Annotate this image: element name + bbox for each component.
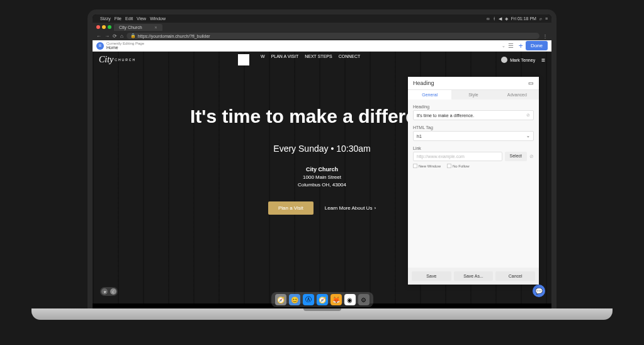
home-button[interactable]: ⌂: [120, 33, 123, 39]
tab-general[interactable]: General: [408, 90, 451, 99]
field-label-heading: Heading: [413, 105, 534, 109]
hamburger-icon[interactable]: ≡: [541, 57, 545, 64]
reload-button[interactable]: ⟳: [113, 33, 117, 39]
done-button[interactable]: Done: [526, 41, 548, 50]
page-dropdown-icon[interactable]: ⌄: [502, 43, 506, 48]
browser-tab-bar: City Church ×: [93, 23, 551, 31]
add-element-button[interactable]: +: [519, 42, 523, 50]
dark-mode-icon: ☾: [110, 288, 116, 295]
dock-app-settings[interactable]: ⚙: [358, 294, 370, 305]
address-input[interactable]: 🔒 https://yourdomain.church/?fl_builder: [127, 33, 539, 39]
dock-app-chrome[interactable]: ◉: [344, 294, 356, 305]
forward-button[interactable]: →: [105, 33, 110, 39]
search-icon[interactable]: ⌕: [539, 16, 542, 21]
checkbox-icon: [447, 164, 451, 168]
wifi-icon[interactable]: ◈: [505, 16, 508, 21]
learn-more-label: Learn More About Us: [325, 205, 373, 211]
maximize-window-button[interactable]: [108, 25, 111, 29]
panel-title: Heading: [413, 80, 434, 86]
page-canvas: City CHURCH W PLAN A VISIT NEXT STEPS CO…: [93, 52, 551, 303]
nav-item[interactable]: W: [261, 54, 265, 65]
checkbox-label: New Window: [419, 164, 441, 168]
tab-style[interactable]: Style: [451, 90, 495, 99]
menu-view[interactable]: View: [137, 16, 146, 21]
link-placeholder: http://www.example.com: [417, 154, 465, 159]
outline-icon[interactable]: ☰: [508, 42, 514, 49]
clear-icon[interactable]: ⊘: [526, 113, 530, 118]
chevron-right-icon: ›: [374, 205, 376, 211]
nav-item[interactable]: CONNECT: [339, 54, 361, 65]
tab-title: City Church: [119, 25, 142, 30]
back-button[interactable]: ←: [96, 33, 101, 39]
dock-app-finder[interactable]: 😊: [289, 294, 300, 305]
clock[interactable]: Fri 01:18 PM: [511, 16, 536, 21]
plan-visit-button[interactable]: Plan a Visit: [268, 201, 314, 215]
no-follow-checkbox[interactable]: No Follow: [447, 164, 470, 168]
menu-icon[interactable]: ≡: [545, 16, 548, 21]
user-avatar[interactable]: [501, 57, 507, 63]
status-icon: ∞: [487, 16, 490, 21]
select-link-button[interactable]: Select: [505, 152, 527, 161]
dock-app-safari[interactable]: 🧭: [317, 294, 328, 305]
menu-edit[interactable]: Edit: [125, 16, 133, 21]
url-text: https://yourdomain.church/?fl_builder: [138, 34, 210, 38]
close-window-button[interactable]: [96, 25, 100, 29]
app-name[interactable]: Sizzy: [100, 16, 111, 21]
dock-app-appstore[interactable]: Ⓐ: [303, 294, 314, 305]
site-logo[interactable]: City: [99, 55, 113, 65]
dock-app-compass[interactable]: 🧭: [275, 294, 286, 305]
new-window-checkbox[interactable]: New Window: [413, 164, 441, 168]
responsive-icon[interactable]: ▭: [528, 80, 534, 86]
menu-file[interactable]: File: [115, 16, 121, 21]
heading-value: It's time to make a difference.: [417, 113, 474, 118]
macos-dock: 🧭 😊 Ⓐ 🧭 🦊 ◉ ⚙: [271, 292, 373, 307]
nav-item[interactable]: NEXT STEPS: [305, 54, 332, 65]
close-tab-icon[interactable]: ×: [155, 25, 157, 30]
minimize-window-button[interactable]: [102, 25, 106, 29]
settings-panel: Heading ▭ General Style Advanced Heading…: [408, 77, 539, 285]
browser-tab[interactable]: City Church ×: [114, 24, 162, 31]
page-name: Home: [106, 45, 499, 50]
builder-toolbar: ≡ Currently Editing Page Home ⌄ ☰ + Done: [93, 40, 551, 52]
cancel-button[interactable]: Cancel: [495, 271, 535, 281]
heading-text-input[interactable]: It's time to make a difference. ⊘: [413, 110, 534, 120]
macos-menubar: Sizzy File Edit View Window ∞ ᚼ ◀ ◈ Fri …: [93, 14, 551, 23]
chat-widget-button[interactable]: 💬: [533, 285, 545, 297]
save-as-button[interactable]: Save As...: [454, 271, 494, 281]
menu-window[interactable]: Window: [150, 16, 166, 21]
tag-value: h1: [417, 134, 422, 139]
site-logo-sub: CHURCH: [115, 58, 136, 62]
clear-icon[interactable]: ⊘: [529, 154, 534, 159]
browser-menu-icon[interactable]: ⋮: [543, 33, 548, 39]
browser-url-bar: ← → ⟳ ⌂ 🔒 https://yourdomain.church/?fl_…: [93, 31, 551, 40]
lock-icon: 🔒: [130, 33, 136, 38]
builder-icon[interactable]: ≡: [96, 42, 104, 50]
html-tag-select[interactable]: h1 ⌄: [413, 131, 534, 141]
nav-item[interactable]: PLAN A VISIT: [271, 54, 299, 65]
save-button[interactable]: Save: [412, 271, 451, 281]
user-name[interactable]: Mark Tenney: [510, 58, 535, 62]
field-label-link: Link: [413, 146, 534, 150]
volume-icon[interactable]: ◀: [499, 16, 502, 21]
checkbox-label: No Follow: [453, 164, 470, 168]
chevron-down-icon: ⌄: [526, 133, 530, 139]
learn-more-link[interactable]: Learn More About Us ›: [325, 205, 376, 211]
theme-toggle[interactable]: ☀ ☾: [100, 287, 118, 296]
checkbox-icon: [413, 164, 417, 168]
dock-app[interactable]: 🦊: [330, 294, 342, 305]
tab-advanced[interactable]: Advanced: [495, 90, 539, 99]
selected-element-handle[interactable]: [238, 54, 249, 65]
link-url-input[interactable]: http://www.example.com: [413, 152, 502, 161]
field-label-tag: HTML Tag: [413, 125, 534, 130]
bluetooth-icon[interactable]: ᚼ: [493, 16, 495, 21]
site-navigation: City CHURCH W PLAN A VISIT NEXT STEPS CO…: [93, 52, 551, 68]
light-mode-icon: ☀: [101, 288, 108, 295]
